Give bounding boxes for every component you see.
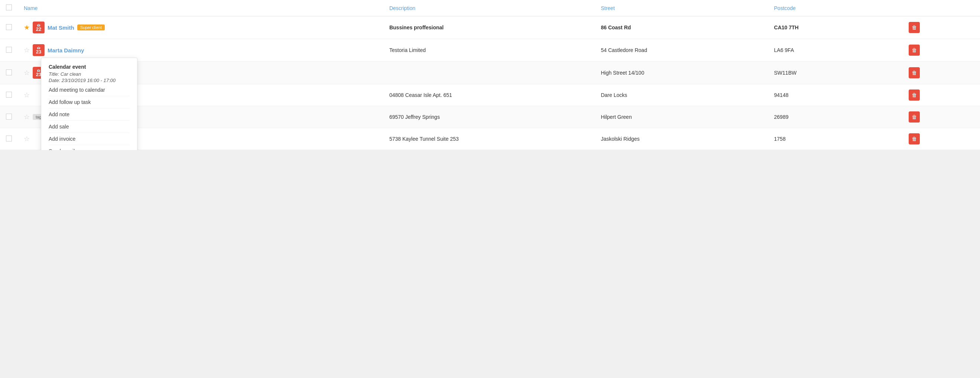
popup-title-label: Title: [49, 71, 59, 77]
star-icon[interactable]: ★ [24, 24, 30, 32]
popup-actions: Add meeting to calendarAdd follow up tas… [49, 84, 130, 150]
action-cell: 🗑 [903, 16, 980, 39]
star-icon[interactable]: ☆ [24, 113, 30, 121]
table-row: ☆5738 Kaylee Tunnel Suite 253Jaskolski R… [0, 128, 980, 150]
postcode-cell: 94148 [768, 84, 903, 106]
action-cell: 🗑 [903, 39, 980, 62]
table-row: ☆04808 Ceasar Isle Apt. 651Dare Locks941… [0, 84, 980, 106]
description-cell: 5738 Kaylee Tunnel Suite 253 [383, 128, 595, 150]
postcode-value: 26989 [774, 114, 789, 120]
popup-title: Calendar event [49, 64, 130, 70]
delete-button[interactable]: 🗑 [909, 89, 920, 101]
table-row: ☆📅23Marta DaimnyTestoria Limited54 Castl… [0, 39, 980, 62]
postcode-cell: 1758 [768, 128, 903, 150]
name-header: Name [18, 0, 383, 16]
postcode-cell: CA10 7TH [768, 16, 903, 39]
street-header: Street [595, 0, 768, 16]
row-checkbox[interactable] [6, 24, 12, 30]
description-cell: Testoria Limited [383, 39, 595, 62]
row-checkbox[interactable] [6, 114, 12, 119]
delete-button[interactable]: 🗑 [909, 111, 920, 122]
star-icon[interactable]: ☆ [24, 135, 30, 143]
select-all-header [0, 0, 18, 16]
postcode-cell: LA6 9FA [768, 39, 903, 62]
postcode-header: Postcode [768, 0, 903, 16]
calendar-event-popup: Calendar event Title: Car clean Date: 23… [41, 57, 137, 150]
super-client-badge: Super client [77, 24, 105, 30]
star-icon[interactable]: ☆ [24, 46, 30, 54]
description-value: Bussines proffesional [389, 24, 444, 30]
name-cell: ☆📅23Marta Daimny [24, 44, 377, 56]
postcode-value: SW11BW [774, 70, 797, 76]
street-cell: 54 Castledore Road [595, 39, 768, 62]
action-cell: 🗑 [903, 128, 980, 150]
row-checkbox[interactable] [6, 47, 12, 53]
postcode-value: 94148 [774, 92, 789, 98]
street-value: High Street 14/100 [601, 70, 644, 76]
description-value: 5738 Kaylee Tunnel Suite 253 [389, 136, 459, 142]
row-checkbox[interactable] [6, 70, 12, 75]
description-value: Testoria Limited [389, 47, 426, 53]
street-value: Jaskolski Ridges [601, 136, 640, 142]
row-checkbox[interactable] [6, 92, 12, 98]
street-value: Dare Locks [601, 92, 627, 98]
street-cell: High Street 14/100 [595, 62, 768, 84]
action-cell: 🗑 [903, 106, 980, 128]
delete-button[interactable]: 🗑 [909, 22, 920, 33]
street-value: 86 Coast Rd [601, 24, 631, 30]
description-cell: 04808 Ceasar Isle Apt. 651 [383, 84, 595, 106]
description-value: 69570 Jeffrey Springs [389, 114, 440, 120]
street-cell: Dare Locks [595, 84, 768, 106]
delete-button[interactable]: 🗑 [909, 44, 920, 56]
calendar-icon[interactable]: 📅23 [33, 44, 45, 56]
postcode-value: CA10 7TH [774, 24, 799, 30]
street-value: 54 Castledore Road [601, 47, 647, 53]
delete-button[interactable]: 🗑 [909, 67, 920, 78]
popup-action-button[interactable]: Add sale [49, 120, 130, 133]
client-name[interactable]: Marta Daimny [48, 47, 84, 54]
popup-action-button[interactable]: Add follow up task [49, 96, 130, 108]
calendar-icon[interactable]: 📅22 [33, 22, 45, 33]
postcode-value: 1758 [774, 136, 786, 142]
star-icon[interactable]: ☆ [24, 69, 30, 77]
row-checkbox[interactable] [6, 135, 12, 141]
street-cell: 86 Coast Rd [595, 16, 768, 39]
popup-date-label: Date: [49, 78, 60, 83]
delete-button[interactable]: 🗑 [909, 133, 920, 145]
street-cell: Jaskolski Ridges [595, 128, 768, 150]
table-row: ★📅22Mat SmithSuper clientBussines proffe… [0, 16, 980, 39]
action-cell: 🗑 [903, 84, 980, 106]
popup-title-value: Car clean [60, 71, 81, 77]
client-name[interactable]: Mat Smith [48, 24, 74, 31]
popup-action-button[interactable]: Add invoice [49, 133, 130, 145]
postcode-cell: 26989 [768, 106, 903, 128]
popup-title-line: Title: Car clean [49, 71, 130, 77]
street-value: Hilpert Green [601, 114, 632, 120]
popup-action-button[interactable]: Send email [49, 145, 130, 150]
select-all-checkbox[interactable] [6, 5, 12, 10]
description-cell [383, 62, 595, 84]
popup-date-value: 23/10/2019 16:00 - 17:00 [62, 78, 116, 83]
description-cell: 69570 Jeffrey Springs [383, 106, 595, 128]
description-cell: Bussines proffesional [383, 16, 595, 39]
star-icon[interactable]: ☆ [24, 91, 30, 99]
popup-date-line: Date: 23/10/2019 16:00 - 17:00 [49, 78, 130, 83]
table-row: ☆tag2tag369570 Jeffrey SpringsHilpert Gr… [0, 106, 980, 128]
postcode-cell: SW11BW [768, 62, 903, 84]
description-value: 04808 Ceasar Isle Apt. 651 [389, 92, 452, 98]
popup-action-button[interactable]: Add note [49, 108, 130, 120]
action-header [903, 0, 980, 16]
postcode-value: LA6 9FA [774, 47, 794, 53]
table-row: ☆📅23Martin KowalskyVIPHigh Street 14/100… [0, 62, 980, 84]
street-cell: Hilpert Green [595, 106, 768, 128]
description-header: Description [383, 0, 595, 16]
action-cell: 🗑 [903, 62, 980, 84]
popup-action-button[interactable]: Add meeting to calendar [49, 84, 130, 96]
name-cell: ★📅22Mat SmithSuper client [24, 22, 377, 33]
